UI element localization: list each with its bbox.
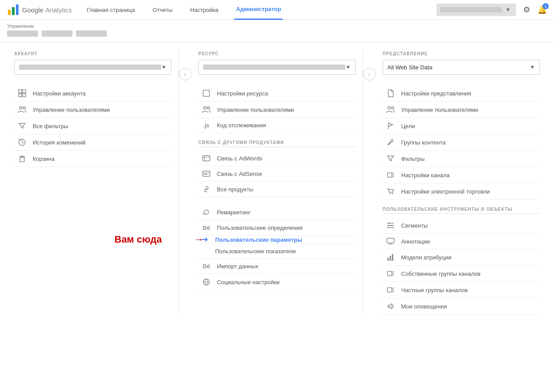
account-history-item[interactable]: История изменений [14, 134, 171, 151]
account-filters-item[interactable]: Все фильтры [14, 118, 171, 134]
all-products-item[interactable]: Все продукты [198, 182, 356, 197]
view-selector[interactable]: All Web Site Data ▼ [383, 60, 540, 75]
custom-params-item[interactable]: Вам сюда → Пользовательские параметры [198, 236, 356, 244]
nav-reports[interactable]: Отчеты [151, 0, 175, 20]
grid-icon [16, 89, 28, 97]
svg-rect-2 [16, 4, 19, 15]
people-icon-2 [200, 106, 212, 114]
view-user-management-label: Управление пользователями [401, 107, 478, 113]
my-alerts-item[interactable]: Мои оповещения [383, 298, 540, 315]
attribution-item[interactable]: Модели атрибуции [383, 249, 540, 266]
goals-label: Цели [401, 123, 415, 129]
nav-admin[interactable]: Администратор [234, 0, 283, 20]
nav-home[interactable]: Главная страница [85, 0, 137, 20]
my-alerts-label: Мои оповещения [401, 303, 447, 310]
settings-icon[interactable]: ⚙ [523, 5, 530, 15]
data-import-label: Импорт данных [217, 263, 258, 270]
private-channel-groups-item[interactable]: Частные группы каналов [383, 282, 540, 298]
adwords-icon [200, 155, 212, 162]
logo-google: Google [22, 6, 43, 14]
remarketing-label: Ремаркетинг [217, 209, 251, 216]
svg-rect-4 [23, 90, 26, 93]
account-trash-item[interactable]: Корзина [14, 151, 171, 167]
remarketing-item[interactable]: Ремаркетинг [198, 204, 356, 221]
svg-point-7 [19, 107, 22, 109]
cart-icon [384, 187, 397, 195]
svg-rect-14 [203, 156, 210, 161]
doc-icon [384, 89, 397, 97]
resource-settings-item[interactable]: Настройки ресурса [198, 85, 356, 102]
custom-params-label: Пользовательские параметры [215, 236, 302, 243]
channel3-icon [384, 286, 397, 294]
svg-rect-11 [203, 90, 209, 96]
tracking-code-item[interactable]: .js Код отслеживания [198, 118, 356, 133]
barchart-icon [384, 253, 397, 261]
filter-icon-1 [16, 122, 28, 130]
dd-icon-1: Dd [200, 225, 212, 231]
main-content: АККАУНТ ▼ Настройки аккаунта Управление … [0, 42, 554, 323]
notifications-bell[interactable]: 🔔 1 [537, 5, 547, 15]
svg-rect-5 [19, 94, 22, 97]
account-filters-label: Все фильтры [33, 123, 68, 129]
separator-2: › [363, 51, 376, 315]
custom-channel-groups-item[interactable]: Собственные группы каналов [383, 266, 540, 282]
logo[interactable]: Google Analytics [7, 4, 72, 16]
account-settings-item[interactable]: Настройки аккаунта [14, 85, 171, 102]
channel-settings-label: Настройки канала [401, 172, 450, 179]
view-filters-item[interactable]: Фильтры [383, 151, 540, 167]
svg-rect-36 [392, 254, 393, 260]
svg-point-26 [390, 193, 391, 194]
adsense-icon [200, 170, 212, 177]
adsense-item[interactable]: Связь с AdSense [198, 166, 356, 182]
view-user-management-item[interactable]: Управление пользователями [383, 102, 540, 118]
custom-metrics-item[interactable]: Пользовательские показатели [198, 244, 356, 259]
attribution-label: Модели атрибуции [401, 254, 452, 261]
data-import-item[interactable]: Dd Импорт данных [198, 259, 356, 274]
svg-point-13 [208, 107, 210, 109]
channel-settings-item[interactable]: Настройки канала [383, 167, 540, 183]
svg-point-23 [388, 107, 391, 109]
logo-analytics: Analytics [45, 6, 72, 14]
annotations-item[interactable]: Аннотации [383, 234, 540, 249]
account-selector[interactable]: ▼ [14, 60, 171, 75]
svg-point-27 [392, 193, 394, 194]
social-settings-item[interactable]: Социальные настройки [198, 274, 356, 290]
custom-tools-section-label: ПОЛЬЗОВАТЕЛЬСКИЕ ИНСТРУМЕНТЫ И ОБЪЕКТЫ [383, 207, 540, 214]
svg-rect-38 [387, 271, 392, 276]
custom-metrics-label: Пользовательские показатели [215, 248, 296, 255]
resource-column-header: РЕСУРС [198, 51, 356, 56]
svg-rect-35 [390, 256, 391, 260]
header-account-selector[interactable]: ▼ [436, 4, 516, 16]
account-settings-label: Настройки аккаунта [33, 90, 86, 97]
svg-rect-33 [387, 238, 394, 243]
goals-item[interactable]: Цели [383, 118, 540, 134]
resource-user-management-item[interactable]: Управление пользователями [198, 102, 356, 118]
annotations-label: Аннотации [401, 238, 430, 245]
resource-selector-chevron: ▼ [345, 64, 351, 70]
svg-rect-25 [387, 173, 392, 177]
adwords-item[interactable]: Связь с AdWords [198, 151, 356, 166]
annotation-text: Вам сюда [114, 234, 162, 245]
view-settings-item[interactable]: Настройки представления [383, 85, 540, 102]
arrow-circle-1: › [179, 68, 191, 80]
view-column: ПРЕДСТАВЛЕНИЕ All Web Site Data ▼ Настро… [376, 51, 547, 315]
filter-icon-2 [384, 155, 397, 163]
svg-rect-3 [19, 90, 22, 93]
custom-channel-groups-label: Собственные группы каналов [401, 270, 481, 277]
ecommerce-settings-item[interactable]: Настройки электронной торговли [383, 183, 540, 200]
content-groups-label: Группы контента [401, 139, 445, 146]
resource-selector[interactable]: ▼ [198, 60, 356, 75]
manage-label: Управление [7, 23, 547, 29]
tracking-code-label: Код отслеживания [217, 122, 266, 129]
content-groups-item[interactable]: Группы контента [383, 134, 540, 151]
custom-definitions-item[interactable]: Dd Пользовательские определения [198, 221, 356, 236]
svg-rect-34 [387, 258, 389, 260]
globe-icon [200, 278, 212, 286]
account-user-management-item[interactable]: Управление пользователями [14, 102, 171, 118]
view-column-header: ПРЕДСТАВЛЕНИЕ [383, 51, 540, 56]
segments-item[interactable]: Сегменты [383, 217, 540, 234]
annotation-arrow-icon: → [194, 234, 204, 245]
people-icon-1 [16, 106, 28, 114]
nav-settings[interactable]: Настройка [188, 0, 220, 20]
account-user-management-label: Управление пользователями [33, 107, 110, 113]
